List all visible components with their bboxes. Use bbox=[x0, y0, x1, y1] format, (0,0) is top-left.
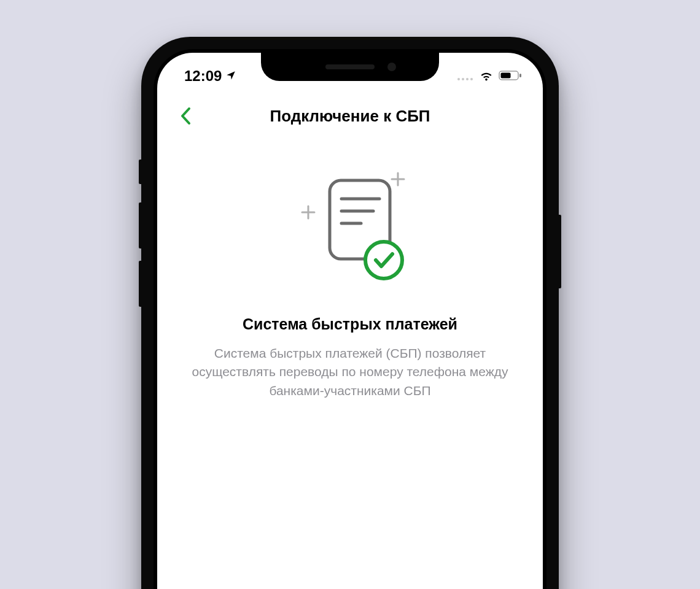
battery-icon bbox=[499, 67, 522, 85]
svg-point-0 bbox=[457, 78, 460, 80]
phone-notch bbox=[261, 53, 439, 81]
phone-side-button bbox=[139, 160, 141, 184]
phone-side-button bbox=[139, 202, 141, 248]
location-icon bbox=[225, 67, 236, 85]
phone-screen: 12:09 bbox=[157, 53, 543, 589]
svg-rect-5 bbox=[519, 74, 521, 77]
status-time: 12:09 bbox=[184, 67, 222, 85]
navigation-header: Подключение к СБП bbox=[157, 94, 543, 137]
svg-point-3 bbox=[470, 78, 473, 80]
phone-side-button bbox=[559, 215, 561, 288]
content-heading: Система быстрых платежей bbox=[182, 315, 518, 333]
page-title: Подключение к СБП bbox=[157, 107, 543, 126]
check-circle-icon bbox=[365, 242, 402, 279]
front-camera bbox=[387, 63, 396, 71]
document-check-illustration bbox=[282, 168, 418, 291]
wifi-icon bbox=[479, 67, 494, 85]
svg-point-1 bbox=[462, 78, 464, 80]
sparkle-icon bbox=[392, 173, 404, 185]
back-button[interactable] bbox=[172, 102, 199, 129]
content-description: Система быстрых платежей (СБП) позволяет… bbox=[187, 344, 513, 400]
chevron-left-icon bbox=[180, 107, 191, 125]
svg-rect-6 bbox=[501, 73, 511, 79]
cellular-icon bbox=[457, 67, 474, 85]
sparkle-icon bbox=[302, 206, 314, 218]
speaker-grille bbox=[325, 64, 375, 69]
svg-point-2 bbox=[466, 78, 469, 80]
phone-side-button bbox=[139, 261, 141, 307]
main-content: Система быстрых платежей Система быстрых… bbox=[157, 137, 543, 400]
phone-device-frame: 12:09 bbox=[141, 37, 559, 589]
